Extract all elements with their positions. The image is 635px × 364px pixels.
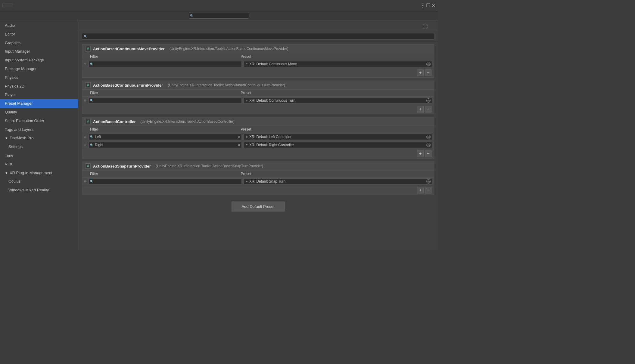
clear-filter-button[interactable]: ✕	[238, 143, 241, 147]
remove-preset-row-button[interactable]: −	[425, 69, 431, 76]
hash-icon[interactable]: #	[85, 82, 91, 88]
class-name: ActionBasedContinuousMoveProvider	[93, 47, 165, 51]
drag-handle-icon[interactable]: ≡	[84, 135, 86, 139]
sidebar-item-graphics[interactable]: Graphics	[0, 39, 78, 48]
add-preset-row-button[interactable]: +	[417, 69, 424, 76]
sidebar-item-audio[interactable]: Audio	[0, 21, 78, 30]
hash-icon[interactable]: #	[85, 46, 91, 51]
help-icon[interactable]	[423, 24, 428, 29]
preset-value-icon: ≡	[246, 180, 247, 183]
filter-input[interactable]	[89, 61, 242, 67]
header-icons	[423, 24, 433, 29]
section-header: #ActionBasedController(UnityEngine.XR.In…	[82, 117, 434, 126]
arrow-icon: ▼	[5, 136, 9, 140]
remove-preset-row-button[interactable]: −	[425, 150, 431, 157]
hash-icon[interactable]: #	[85, 119, 91, 124]
sidebar-item-physics[interactable]: Physics	[0, 73, 78, 82]
title-tab	[2, 4, 13, 8]
content-search-input[interactable]	[82, 33, 434, 40]
sidebar-item-tags-and-layers[interactable]: Tags and Layers	[0, 125, 78, 134]
remove-preset-row-button[interactable]: −	[425, 187, 431, 193]
content-search-bar	[78, 31, 438, 42]
top-search-input[interactable]	[189, 13, 249, 19]
sidebar-item-oculus[interactable]: Oculus	[0, 177, 78, 186]
filter-column-label: Filter	[85, 127, 241, 131]
sidebar-item-xr-plug-in-management[interactable]: ▼ XR Plug-in Management	[0, 169, 78, 177]
preset-column-label: Preset	[241, 127, 431, 131]
preset-select-button[interactable]: ◎	[426, 179, 431, 184]
preset-row: ≡🔍≡XRI Default Snap Turn◎	[82, 177, 434, 186]
section-header: #ActionBasedContinuousMoveProvider(Unity…	[82, 45, 434, 53]
sidebar-item-label: Windows Mixed Reality	[8, 188, 49, 192]
sidebar-item-script-execution-order[interactable]: Script Execution Order	[0, 117, 78, 125]
sidebar-item-quality[interactable]: Quality	[0, 108, 78, 117]
drag-handle-icon[interactable]: ≡	[84, 143, 86, 147]
sidebar-item-label: Input System Package	[5, 58, 44, 62]
top-search-bar	[0, 11, 438, 20]
add-preset-row-button[interactable]: +	[417, 187, 424, 193]
add-default-preset-button[interactable]: Add Default Preset	[232, 202, 284, 211]
sidebar-item-windows-mixed-reality[interactable]: Windows Mixed Reality	[0, 186, 78, 195]
class-name: ActionBasedController	[93, 119, 136, 124]
clear-filter-button[interactable]: ✕	[238, 135, 241, 139]
sidebar-item-label: Editor	[5, 32, 15, 36]
filter-input[interactable]	[89, 97, 242, 103]
preset-row: ≡🔍✕≡XRI Default Left Controller◎	[82, 133, 434, 141]
sidebar-item-physics-2d[interactable]: Physics 2D	[0, 82, 78, 91]
drag-handle-icon[interactable]: ≡	[84, 98, 86, 103]
maximize-icon[interactable]: ❐	[426, 3, 430, 8]
content-header	[78, 20, 438, 31]
drag-handle-icon[interactable]: ≡	[84, 179, 86, 184]
window-controls[interactable]: ⋮ ❐ ✕	[420, 3, 435, 8]
search-icon: 🔍	[90, 180, 93, 183]
preset-section-2: #ActionBasedContinuousTurnProvider(Unity…	[82, 81, 434, 114]
filter-input[interactable]	[89, 134, 242, 140]
add-preset-row-button[interactable]: +	[417, 106, 424, 113]
preset-value-icon: ≡	[246, 143, 247, 147]
preset-value-wrapper[interactable]: ≡XRI Default Continuous Turn◎	[244, 97, 432, 103]
sidebar-item-textmesh-pro[interactable]: ▼ TextMesh Pro	[0, 134, 78, 143]
sidebar-item-vfx[interactable]: VFX	[0, 160, 78, 169]
drag-handle-icon[interactable]: ≡	[84, 62, 86, 66]
sidebar-item-settings[interactable]: Settings	[0, 143, 78, 151]
section-header: #ActionBasedContinuousTurnProvider(Unity…	[82, 81, 434, 90]
sidebar: AudioEditorGraphicsInput ManagerInput Sy…	[0, 20, 78, 251]
search-icon: 🔍	[90, 135, 93, 138]
preset-select-button[interactable]: ◎	[426, 135, 431, 139]
hash-icon[interactable]: #	[85, 163, 91, 169]
sidebar-item-package-manager[interactable]: Package Manager	[0, 65, 78, 73]
menu-icon[interactable]: ⋮	[420, 3, 425, 8]
add-remove-buttons: +−	[82, 186, 434, 195]
sidebar-item-preset-manager[interactable]: Preset Manager	[0, 99, 78, 108]
preset-value-text: XRI Default Snap Turn	[249, 179, 285, 184]
remove-preset-row-button[interactable]: −	[425, 106, 431, 113]
preset-select-button[interactable]: ◎	[426, 143, 431, 147]
section-header: #ActionBasedSnapTurnProvider(UnityEngine…	[82, 162, 434, 171]
preset-column-label: Preset	[241, 54, 431, 59]
sidebar-item-player[interactable]: Player	[0, 91, 78, 99]
preset-value-text: XRI Default Continuous Turn	[249, 98, 295, 103]
close-icon[interactable]: ✕	[431, 3, 435, 8]
add-remove-buttons: +−	[82, 149, 434, 158]
preset-row: ≡🔍≡XRI Default Continuous Move◎	[82, 60, 434, 68]
filter-input[interactable]	[89, 142, 242, 148]
filter-input-wrapper: 🔍	[89, 61, 242, 67]
add-preset-row-button[interactable]: +	[417, 150, 424, 157]
preset-value-wrapper[interactable]: ≡XRI Default Left Controller◎	[244, 134, 432, 140]
preset-value-wrapper[interactable]: ≡XRI Default Right Controller◎	[244, 142, 432, 148]
preset-select-button[interactable]: ◎	[426, 98, 431, 103]
preset-row: ≡🔍✕≡XRI Default Right Controller◎	[82, 141, 434, 149]
sidebar-item-editor[interactable]: Editor	[0, 30, 78, 39]
preset-section-1: #ActionBasedContinuousMoveProvider(Unity…	[82, 44, 434, 78]
sidebar-item-input-manager[interactable]: Input Manager	[0, 47, 78, 56]
add-remove-buttons: +−	[82, 105, 434, 114]
sidebar-item-label: Player	[5, 92, 16, 97]
preset-value-wrapper[interactable]: ≡XRI Default Continuous Move◎	[244, 61, 432, 67]
preset-select-button[interactable]: ◎	[426, 62, 431, 66]
sidebar-item-label: XR Plug-in Management	[10, 171, 52, 175]
sidebar-item-time[interactable]: Time	[0, 151, 78, 160]
sidebar-item-input-system-package[interactable]: Input System Package	[0, 56, 78, 65]
preset-value-wrapper[interactable]: ≡XRI Default Snap Turn◎	[244, 178, 432, 184]
main-layout: AudioEditorGraphicsInput ManagerInput Sy…	[0, 20, 438, 251]
filter-input[interactable]	[89, 178, 242, 184]
